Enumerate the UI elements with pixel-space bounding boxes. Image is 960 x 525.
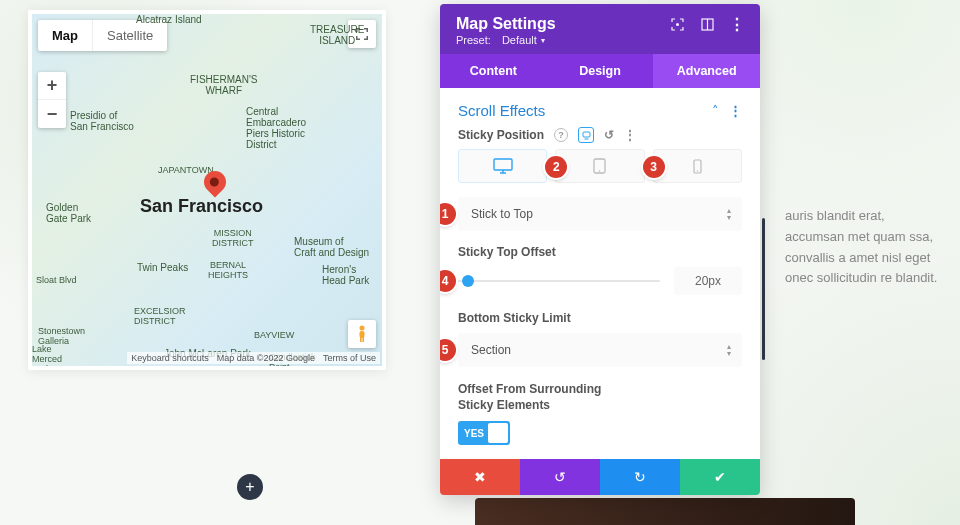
map-canvas[interactable]: Map Satellite + − Alcatraz Island TREASU… [32, 14, 382, 366]
panel-header: Map Settings Preset: Default ▾ ⋮ [440, 4, 760, 54]
zoom-in-button[interactable]: + [38, 72, 66, 100]
chevron-up-icon[interactable]: ˄ [712, 103, 719, 118]
map-data-attrib: Map data ©2022 Google [213, 352, 319, 364]
focus-icon[interactable] [670, 17, 684, 31]
divider [762, 218, 765, 360]
map-terms[interactable]: Terms of Use [319, 352, 380, 364]
annotation-3: 3 [643, 156, 665, 178]
svg-rect-7 [583, 132, 590, 137]
sticky-top-offset-label: Sticky Top Offset [458, 245, 742, 259]
svg-point-15 [697, 170, 698, 171]
annotation-5: 5 [440, 339, 456, 361]
device-tablet[interactable]: 2 [555, 149, 644, 183]
offset-slider[interactable] [458, 280, 660, 282]
poi-bernal: BERNAL HEIGHTS [208, 260, 248, 280]
image-placeholder [475, 498, 855, 525]
poi-bayview: BAYVIEW [254, 330, 294, 340]
columns-icon[interactable] [700, 17, 714, 31]
annotation-2: 2 [545, 156, 567, 178]
select-caret-icon: ▴▾ [727, 344, 731, 357]
slider-thumb[interactable] [462, 275, 474, 287]
bottom-limit-select[interactable]: Section ▴▾ [458, 333, 742, 367]
more-icon[interactable]: ⋮ [730, 17, 744, 31]
panel-title: Map Settings [456, 15, 556, 33]
tab-advanced[interactable]: Advanced [653, 54, 760, 88]
offset-value[interactable]: 20px [674, 267, 742, 295]
undo-button[interactable]: ↺ [520, 459, 600, 495]
annotation-1: 1 [440, 203, 456, 225]
poi-treasure: TREASURE ISLAND [310, 24, 364, 46]
svg-rect-2 [360, 337, 362, 342]
cancel-button[interactable]: ✖ [440, 459, 520, 495]
field-more-icon[interactable]: ⋮ [624, 128, 636, 142]
poi-sloat: Sloat Blvd [36, 275, 77, 285]
poi-heron: Heron's Head Park [322, 264, 369, 286]
bottom-limit-label: Bottom Sticky Limit [458, 311, 742, 325]
poi-presidio: Presidio of San Francisco [70, 110, 134, 132]
tab-design[interactable]: Design [547, 54, 654, 88]
svg-point-0 [360, 326, 365, 331]
device-phone[interactable]: 3 [653, 149, 742, 183]
poi-excelsior: EXCELSIOR DISTRICT [134, 306, 186, 326]
map-footer: Keyboard shortcuts Map data ©2022 Google… [127, 352, 380, 364]
pegman-icon[interactable] [348, 320, 376, 348]
undo-icon: ↺ [554, 469, 566, 485]
check-icon: ✔ [714, 469, 726, 485]
map-widget: Map Satellite + − Alcatraz Island TREASU… [28, 10, 386, 370]
annotation-4: 4 [440, 270, 456, 292]
lorem-text: auris blandit erat, accumsan met quam ss… [785, 206, 940, 289]
poi-goldengate: Golden Gate Park [46, 202, 91, 224]
map-type-map[interactable]: Map [38, 20, 93, 51]
poi-stonestown: Stonestown Galleria [38, 326, 85, 346]
poi-alcatraz: Alcatraz Island [136, 14, 202, 25]
poi-mission: MISSION DISTRICT [212, 228, 254, 248]
help-icon[interactable]: ? [554, 128, 568, 142]
svg-point-13 [599, 170, 601, 172]
poi-embarcadero: Central Embarcadero Piers Historic Distr… [246, 106, 306, 150]
reset-icon[interactable]: ↺ [604, 128, 614, 142]
panel-preset[interactable]: Preset: Default ▾ [456, 34, 556, 46]
select-caret-icon: ▴▾ [727, 208, 731, 221]
tab-content[interactable]: Content [440, 54, 547, 88]
offset-surrounding-toggle[interactable]: YES [458, 421, 510, 445]
redo-button[interactable]: ↻ [600, 459, 680, 495]
redo-icon: ↻ [634, 469, 646, 485]
add-module-button[interactable]: + [237, 474, 263, 500]
caret-down-icon: ▾ [541, 36, 545, 45]
zoom-out-button[interactable]: − [38, 100, 66, 128]
zoom-control: + − [38, 72, 66, 128]
svg-rect-1 [360, 331, 365, 338]
svg-rect-3 [362, 337, 364, 342]
poi-lakemerced: Lake Merced Park [32, 344, 62, 366]
close-icon: ✖ [474, 469, 486, 485]
poi-twinpeaks: Twin Peaks [137, 262, 188, 273]
device-desktop[interactable] [458, 149, 547, 183]
poi-japantown: JAPANTOWN [158, 165, 214, 175]
hover-preview-icon[interactable] [578, 127, 594, 143]
save-button[interactable]: ✔ [680, 459, 760, 495]
panel-tabs: Content Design Advanced [440, 54, 760, 88]
section-title[interactable]: Scroll Effects [458, 102, 545, 119]
sticky-position-label: Sticky Position [458, 128, 544, 142]
poi-fishermans: FISHERMAN'S WHARF [190, 74, 257, 96]
offset-surrounding-label: Offset From Surrounding Sticky Elements [458, 381, 628, 413]
poi-museum: Museum of Craft and Design [294, 236, 369, 258]
panel-footer: ✖ ↺ ↻ ✔ [440, 459, 760, 495]
stick-to-select[interactable]: Stick to Top ▴▾ [458, 197, 742, 231]
svg-point-4 [676, 23, 679, 26]
svg-rect-9 [494, 159, 512, 170]
map-keyboard-shortcuts[interactable]: Keyboard shortcuts [127, 352, 213, 364]
map-center-label: San Francisco [140, 196, 263, 217]
section-more-icon[interactable]: ⋮ [729, 103, 742, 118]
settings-panel: Map Settings Preset: Default ▾ ⋮ Content… [440, 4, 760, 495]
